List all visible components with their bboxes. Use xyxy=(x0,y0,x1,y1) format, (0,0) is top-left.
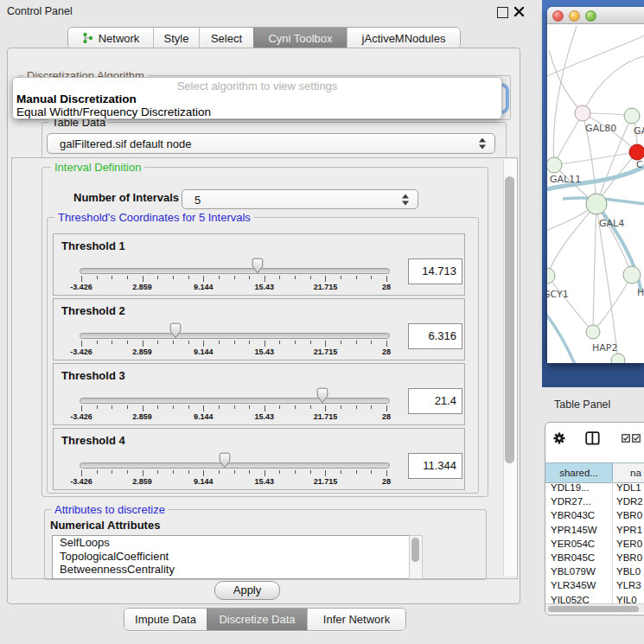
network-node[interactable] xyxy=(586,325,600,339)
threshold-value-input[interactable]: 14.713 xyxy=(408,258,462,284)
slider-tick-label: -3.426 xyxy=(70,412,92,421)
cell-name: YDL1 xyxy=(616,482,641,493)
table-row[interactable]: YLR345WYLR3 xyxy=(545,579,644,593)
table-row[interactable]: YBR043CYBR0 xyxy=(545,509,644,523)
threshold-slider-thumb[interactable] xyxy=(169,322,182,339)
network-canvas[interactable]: GAL80GACGAL11GAL4GCY1HHAP2 xyxy=(547,24,644,363)
close-icon[interactable] xyxy=(513,5,525,17)
slider-tick xyxy=(234,276,235,279)
popup-item-equal-width-frequency[interactable]: Equal Width/Frequency Discretization xyxy=(16,105,211,118)
tab-select[interactable]: Select xyxy=(199,28,253,48)
threshold-slider-track[interactable] xyxy=(80,462,390,469)
threshold-value-input[interactable]: 6.316 xyxy=(408,323,462,349)
table-row[interactable]: YDR27...YDR2 xyxy=(545,495,644,509)
slider-tick xyxy=(249,470,250,474)
network-edge[interactable] xyxy=(583,55,644,113)
network-node[interactable] xyxy=(611,354,625,363)
table-horizontal-scrollbar-thumb[interactable] xyxy=(548,606,639,612)
tab-label: Discretize Data xyxy=(219,613,295,626)
table-row[interactable]: YIL052CYIL0 xyxy=(545,594,644,604)
network-edge[interactable] xyxy=(547,311,582,363)
tab-network[interactable]: Network xyxy=(68,28,153,48)
tab-infer-network[interactable]: Infer Network xyxy=(307,609,405,630)
tab-style[interactable]: Style xyxy=(153,28,199,48)
network-edge[interactable] xyxy=(554,152,637,165)
table-row[interactable]: YPR145WYPR1 xyxy=(545,524,644,538)
threshold-slider-track[interactable] xyxy=(80,268,390,274)
slider-tick xyxy=(371,341,372,344)
network-edge[interactable] xyxy=(554,113,583,165)
tab-discretize-data[interactable]: Discretize Data xyxy=(207,609,307,630)
threshold-value-input[interactable]: 11.344 xyxy=(408,453,462,479)
slider-tick xyxy=(356,470,357,474)
table-header-row: shared... na xyxy=(545,462,644,483)
network-node[interactable] xyxy=(586,194,607,214)
attribute-list-item[interactable]: TopologicalCoefficient xyxy=(53,550,410,564)
gear-icon[interactable] xyxy=(552,431,566,445)
network-node[interactable] xyxy=(575,105,590,121)
table-panel-container: shared... na YDL19...YDL1YDR27...YDR2YBR… xyxy=(545,422,644,615)
table-row[interactable]: YDL19...YDL1 xyxy=(545,481,644,495)
table-row[interactable]: YBL079WYBL0 xyxy=(545,565,644,579)
tab-impute-data[interactable]: Impute Data xyxy=(124,609,207,630)
slider-tick xyxy=(295,405,296,409)
threshold-value-input[interactable]: 21.4 xyxy=(408,388,462,414)
split-column-icon[interactable] xyxy=(585,431,600,445)
network-edge[interactable] xyxy=(547,204,596,276)
checkbox-select-icon[interactable] xyxy=(632,434,641,443)
table-horizontal-scrollbar[interactable] xyxy=(545,603,644,613)
table-header-name[interactable]: na xyxy=(613,463,644,482)
table-data-combobox[interactable]: galFiltered.sif default node xyxy=(47,133,495,154)
attributes-list-scrollbar-thumb[interactable] xyxy=(411,538,419,562)
attributes-group-title: Attributes to discretize xyxy=(51,503,169,516)
checkbox-select-icon[interactable] xyxy=(622,434,630,443)
popup-item-manual-discretization[interactable]: Manual Discretization xyxy=(16,92,137,105)
apply-button[interactable]: Apply xyxy=(214,581,280,600)
threshold-slider-thumb[interactable] xyxy=(251,258,265,274)
network-edge[interactable] xyxy=(593,204,596,332)
network-node[interactable] xyxy=(623,266,641,284)
slider-tick xyxy=(127,341,128,344)
table-row[interactable]: YER054CYER0 xyxy=(545,538,644,552)
table-row[interactable]: YBR045CYBR0 xyxy=(545,552,644,565)
slider-tick xyxy=(341,405,341,409)
window-close-button[interactable] xyxy=(552,10,564,22)
cell-name: YLR3 xyxy=(616,580,641,590)
window-zoom-button[interactable] xyxy=(585,10,596,22)
tab-cyni-toolbox[interactable]: Cyni Toolbox xyxy=(253,28,347,48)
threshold-slider-track[interactable] xyxy=(80,333,390,339)
tab-jactivemnodules[interactable]: jActiveMNodules xyxy=(347,28,460,48)
slider-tick xyxy=(386,341,387,347)
network-edge[interactable] xyxy=(549,50,583,113)
tab-label: Impute Data xyxy=(135,613,196,626)
network-edge[interactable] xyxy=(593,275,632,332)
threshold-slider-thumb[interactable] xyxy=(218,452,232,469)
slider-tick-label: 28 xyxy=(382,348,391,356)
network-node[interactable] xyxy=(629,144,644,160)
bottom-tab-bar: Impute DataDiscretize DataInfer Network xyxy=(124,608,406,631)
slider-tick xyxy=(310,470,311,474)
column-divider xyxy=(612,481,613,603)
network-node[interactable] xyxy=(547,157,562,173)
number-of-intervals-combobox[interactable]: 5 xyxy=(182,189,418,209)
network-node-label: GAL11 xyxy=(550,174,581,185)
slider-tick xyxy=(97,341,98,344)
slider-tick-label: -3.426 xyxy=(70,348,92,356)
numerical-attributes-list[interactable]: SelfLoopsTopologicalCoefficientBetweenne… xyxy=(52,535,411,579)
float-window-icon[interactable] xyxy=(497,7,508,18)
attribute-list-item[interactable]: BetweennessCentrality xyxy=(53,563,410,577)
network-window-titlebar[interactable] xyxy=(547,7,644,24)
slider-tick xyxy=(127,276,128,279)
threshold-slider-thumb[interactable] xyxy=(316,387,329,404)
vertical-scrollbar-thumb[interactable] xyxy=(505,176,514,463)
network-edge[interactable] xyxy=(547,35,644,78)
window-minimize-button[interactable] xyxy=(569,10,580,22)
network-node[interactable] xyxy=(547,268,555,284)
attributes-list-scrollbar[interactable] xyxy=(409,535,423,579)
slider-tick xyxy=(219,341,220,344)
network-node-label: GCY1 xyxy=(547,289,569,300)
attribute-list-item[interactable]: SelfLoops xyxy=(53,536,410,550)
threshold-slider-track[interactable] xyxy=(80,398,390,404)
table-header-shared-name[interactable]: shared... xyxy=(545,463,613,482)
network-node[interactable] xyxy=(624,108,640,124)
